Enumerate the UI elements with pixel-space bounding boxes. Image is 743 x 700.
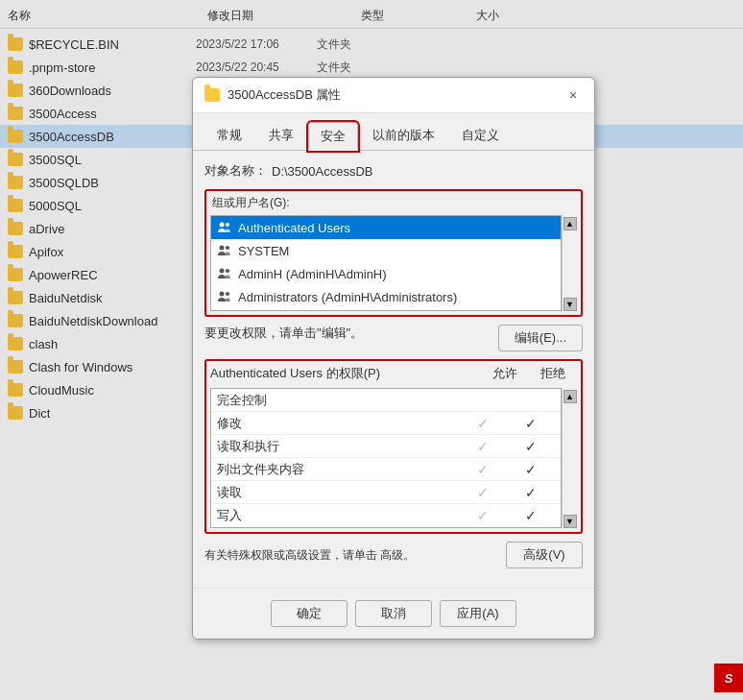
permission-row: 完全控制 bbox=[211, 389, 561, 412]
apply-button[interactable]: 应用(A) bbox=[440, 600, 516, 627]
dialog-tabs: 常规 共享 安全 以前的版本 自定义 bbox=[193, 113, 594, 151]
perm-name: 列出文件夹内容 bbox=[217, 461, 459, 478]
edit-button-row: 要更改权限，请单击"编辑"。 编辑(E)... bbox=[204, 325, 583, 351]
svg-point-3 bbox=[226, 246, 229, 250]
bottom-note-text: 有关特殊权限或高级设置，请单击 高级。 bbox=[204, 547, 415, 564]
user-name: Authenticated Users bbox=[238, 221, 350, 235]
dialog-body: 对象名称： D:\3500AccessDB 组或用户名(G): Authenti… bbox=[193, 151, 594, 588]
object-label: 对象名称： bbox=[204, 162, 272, 180]
svg-point-2 bbox=[220, 246, 225, 251]
permissions-section: Authenticated Users 的权限(P) 允许 拒绝 完全控制 修改… bbox=[204, 359, 583, 534]
ok-button[interactable]: 确定 bbox=[271, 600, 348, 627]
allow-check: ✓ bbox=[459, 485, 507, 500]
user-item[interactable]: AdminH (AdminH\AdminH) bbox=[211, 262, 561, 285]
edit-button[interactable]: 编辑(E)... bbox=[498, 325, 583, 351]
group-label: 组或用户名(G): bbox=[210, 195, 577, 211]
user-item[interactable]: Administrators (AdminH\Administrators) bbox=[211, 285, 561, 308]
deny-header: 拒绝 bbox=[529, 365, 577, 382]
user-item[interactable]: SYSTEM bbox=[211, 239, 561, 262]
user-icon bbox=[217, 220, 232, 235]
deny-check: ✓ bbox=[507, 485, 555, 500]
dialog-folder-icon bbox=[204, 88, 220, 102]
user-icon bbox=[217, 266, 232, 281]
object-value: D:\3500AccessDB bbox=[272, 164, 373, 179]
user-name: AdminH (AdminH\AdminH) bbox=[238, 267, 387, 281]
dialog-titlebar: 3500AccessDB 属性 × bbox=[193, 78, 594, 113]
svg-point-0 bbox=[220, 223, 225, 228]
users-scrollbar[interactable]: ▲ ▼ bbox=[562, 215, 577, 311]
svg-point-1 bbox=[226, 223, 229, 227]
permissions-scrollbar[interactable]: ▲ ▼ bbox=[562, 388, 577, 528]
tab-share[interactable]: 共享 bbox=[256, 121, 306, 150]
tab-custom[interactable]: 自定义 bbox=[449, 121, 512, 150]
tab-general[interactable]: 常规 bbox=[204, 121, 254, 150]
svg-point-5 bbox=[226, 269, 229, 273]
permissions-list-container: 完全控制 修改 ✓ ✓ 读取和执行 ✓ ✓ 列出文件夹内容 ✓ ✓ 读取 ✓ ✓… bbox=[210, 388, 577, 528]
perm-name: 修改 bbox=[217, 415, 459, 432]
user-name: SYSTEM bbox=[238, 244, 289, 258]
tab-security[interactable]: 安全 bbox=[308, 122, 358, 151]
advanced-button[interactable]: 高级(V) bbox=[506, 542, 583, 568]
permission-row: 写入 ✓ ✓ bbox=[211, 504, 561, 527]
users-section: 组或用户名(G): Authenticated Users SYSTEM bbox=[204, 189, 583, 317]
user-item[interactable]: Authenticated Users bbox=[211, 216, 561, 239]
allow-check: ✓ bbox=[459, 439, 507, 454]
svg-point-4 bbox=[220, 269, 225, 274]
allow-header: 允许 bbox=[481, 365, 529, 382]
permissions-table: 完全控制 修改 ✓ ✓ 读取和执行 ✓ ✓ 列出文件夹内容 ✓ ✓ 读取 ✓ ✓… bbox=[210, 388, 562, 528]
deny-check: ✓ bbox=[507, 416, 555, 431]
dialog-title-left: 3500AccessDB 属性 bbox=[204, 86, 342, 104]
svg-point-7 bbox=[226, 292, 229, 296]
deny-check: ✓ bbox=[507, 439, 555, 454]
perm-name: 读取 bbox=[217, 484, 459, 501]
object-name-row: 对象名称： D:\3500AccessDB bbox=[204, 162, 583, 180]
svg-point-6 bbox=[220, 292, 225, 297]
user-icon bbox=[217, 243, 232, 258]
bottom-note-row: 有关特殊权限或高级设置，请单击 高级。 高级(V) bbox=[204, 542, 583, 568]
dialog-footer: 确定 取消 应用(A) bbox=[193, 588, 594, 639]
permission-row: 修改 ✓ ✓ bbox=[211, 412, 561, 435]
close-button[interactable]: × bbox=[563, 85, 583, 105]
perm-name: 读取和执行 bbox=[217, 438, 459, 455]
allow-check: ✓ bbox=[459, 416, 507, 431]
users-list-container: Authenticated Users SYSTEM AdminH (Admin… bbox=[210, 215, 577, 311]
user-name: Administrators (AdminH\Administrators) bbox=[238, 290, 457, 304]
users-list[interactable]: Authenticated Users SYSTEM AdminH (Admin… bbox=[210, 215, 562, 311]
dialog-title: 3500AccessDB 属性 bbox=[228, 86, 342, 104]
permissions-title: Authenticated Users 的权限(P) bbox=[210, 365, 481, 382]
edit-note: 要更改权限，请单击"编辑"。 bbox=[204, 325, 498, 351]
user-icon bbox=[217, 289, 232, 304]
permission-row: 读取和执行 ✓ ✓ bbox=[211, 435, 561, 458]
sohu-logo: S bbox=[714, 664, 743, 692]
deny-check: ✓ bbox=[507, 508, 555, 523]
perm-name: 完全控制 bbox=[217, 392, 459, 409]
perm-name: 写入 bbox=[217, 507, 459, 524]
permission-row: 列出文件夹内容 ✓ ✓ bbox=[211, 458, 561, 481]
deny-check: ✓ bbox=[507, 462, 555, 477]
properties-dialog: 3500AccessDB 属性 × 常规 共享 安全 以前的版本 自定义 对象名… bbox=[192, 77, 595, 640]
cancel-button[interactable]: 取消 bbox=[355, 600, 432, 627]
permissions-header: Authenticated Users 的权限(P) 允许 拒绝 bbox=[210, 365, 577, 382]
allow-check: ✓ bbox=[459, 508, 507, 523]
allow-check: ✓ bbox=[459, 462, 507, 477]
tab-previous[interactable]: 以前的版本 bbox=[360, 121, 447, 150]
permission-row: 读取 ✓ ✓ bbox=[211, 481, 561, 504]
